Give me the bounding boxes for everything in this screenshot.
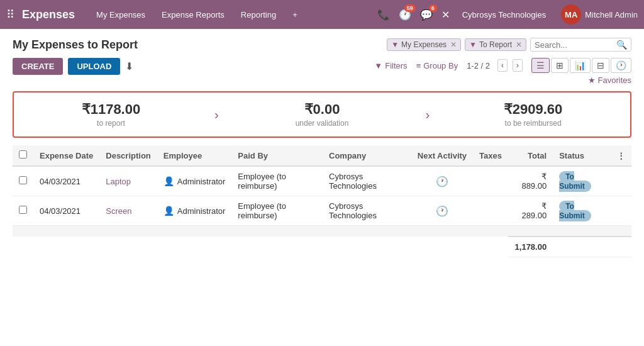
filter-icon-2: ▼ xyxy=(469,40,477,49)
row-status: To Submit xyxy=(553,166,611,196)
filters-button[interactable]: ▼ Filters xyxy=(374,61,407,70)
col-description: Description xyxy=(99,145,157,166)
view-switcher: ☰ ⊞ 📊 ⊟ 🕐 xyxy=(531,58,631,73)
kanban-view-button[interactable]: ⊞ xyxy=(551,58,569,73)
col-expense-date: Expense Date xyxy=(33,145,99,166)
table-row: 04/03/2021 Screen 👤 Administrator Employ… xyxy=(13,196,631,226)
create-button[interactable]: CREATE xyxy=(13,58,63,75)
col-employee: Employee xyxy=(157,145,232,166)
summary-label-3: to be reimbursed xyxy=(436,119,630,128)
list-view-button[interactable]: ☰ xyxy=(531,58,550,73)
filter-tag-my-expenses[interactable]: ▼ My Expenses ✕ xyxy=(387,38,461,51)
favorites-label: Favorites xyxy=(598,75,631,85)
page-header: My Expenses to Report ▼ My Expenses ✕ ▼ … xyxy=(13,38,631,52)
upload-button[interactable]: UPLOAD xyxy=(68,58,120,75)
col-total: Total xyxy=(508,145,553,166)
nav-my-expenses[interactable]: My Expenses xyxy=(90,10,152,20)
row-checkbox-cell[interactable] xyxy=(13,196,33,226)
favorites-button[interactable]: Favorites xyxy=(598,75,631,85)
total-row: 1,178.00 xyxy=(13,237,631,257)
main-page: My Expenses to Report ▼ My Expenses ✕ ▼ … xyxy=(0,29,644,346)
filter-icon-1: ▼ xyxy=(391,40,399,49)
select-all-checkbox[interactable] xyxy=(19,150,27,159)
row-description[interactable]: Laptop xyxy=(99,166,157,196)
apps-icon[interactable]: ⠿ xyxy=(6,8,14,21)
status-badge: To Submit xyxy=(559,201,591,221)
filter-tag-to-report-label: To Report xyxy=(479,40,512,49)
summary-amount-2: ₹0.00 xyxy=(225,101,419,118)
row-taxes xyxy=(473,166,508,196)
groupby-button[interactable]: ≡ Group By xyxy=(416,61,458,70)
search-box[interactable]: 🔍 xyxy=(530,38,631,52)
download-button[interactable]: ⬇ xyxy=(125,60,133,72)
table-row: 04/03/2021 Laptop 👤 Administrator Employ… xyxy=(13,166,631,196)
row-employee: 👤 Administrator xyxy=(157,196,232,226)
filter-tag-to-report[interactable]: ▼ To Report ✕ xyxy=(465,38,526,51)
expense-table: Expense Date Description Employee Paid B… xyxy=(13,145,631,257)
row-next-activity[interactable]: 🕐 xyxy=(411,166,473,196)
separator-row xyxy=(13,226,631,237)
nav-reporting[interactable]: Reporting xyxy=(235,10,282,20)
company-name: Cybrosys Technologies xyxy=(456,10,552,20)
row-checkbox-0[interactable] xyxy=(19,176,27,184)
groupby-label: Group By xyxy=(423,61,458,70)
page-title: My Expenses to Report xyxy=(13,38,138,52)
employee-icon: 👤 xyxy=(164,176,174,186)
clock-badge: 59 xyxy=(404,4,416,12)
employee-icon: 👤 xyxy=(164,206,174,216)
summary-label-2: under validation xyxy=(225,119,419,128)
filter-tag-my-expenses-label: My Expenses xyxy=(401,40,447,49)
prev-page-button[interactable]: ‹ xyxy=(497,59,508,72)
star-icon: ★ xyxy=(588,75,596,85)
activity-clock-icon[interactable]: 🕐 xyxy=(436,176,448,187)
row-employee: 👤 Administrator xyxy=(157,166,232,196)
filter-close-2[interactable]: ✕ xyxy=(516,40,522,49)
nav-expense-reports[interactable]: Expense Reports xyxy=(155,10,231,20)
filters-label: Filters xyxy=(385,61,407,70)
row-company: Cybrosys Technologies xyxy=(323,196,411,226)
clock-icon[interactable]: 🕐 59 xyxy=(399,9,411,21)
filter-bar: ▼ My Expenses ✕ ▼ To Report ✕ 🔍 xyxy=(387,38,631,52)
activity-clock-icon[interactable]: 🕐 xyxy=(436,206,448,216)
user-menu[interactable]: MA Mitchell Admin xyxy=(561,4,638,25)
summary-arrow-1[interactable]: › xyxy=(208,108,225,122)
row-options xyxy=(611,196,631,226)
col-status: Status xyxy=(553,145,611,166)
summary-arrow-2[interactable]: › xyxy=(419,108,436,122)
close-icon[interactable]: ✕ xyxy=(441,9,450,21)
row-options xyxy=(611,166,631,196)
col-next-activity: Next Activity xyxy=(411,145,473,166)
groupby-icon: ≡ xyxy=(416,61,421,70)
row-description[interactable]: Screen xyxy=(99,196,157,226)
row-paid-by: Employee (to reimburse) xyxy=(231,196,323,226)
row-paid-by: Employee (to reimburse) xyxy=(231,166,323,196)
filter-close-1[interactable]: ✕ xyxy=(450,40,457,49)
nav-plus-icon[interactable]: + xyxy=(286,10,304,20)
next-page-button[interactable]: › xyxy=(513,59,523,72)
row-next-activity[interactable]: 🕐 xyxy=(411,196,473,226)
pivot-view-button[interactable]: ⊟ xyxy=(592,58,609,73)
summary-to-report: ₹1178.00 to report xyxy=(14,92,208,137)
row-checkbox-cell[interactable] xyxy=(13,166,33,196)
col-company: Company xyxy=(323,145,411,166)
row-date: 04/03/2021 xyxy=(33,196,99,226)
summary-to-reimburse: ₹2909.60 to be reimbursed xyxy=(436,92,630,137)
summary-amount-3: ₹2909.60 xyxy=(436,101,630,118)
chart-view-button[interactable]: 📊 xyxy=(570,58,591,73)
bell-icon[interactable]: 💬 6 xyxy=(420,9,433,21)
search-icon: 🔍 xyxy=(616,40,627,50)
phone-icon[interactable]: 📞 xyxy=(377,9,390,21)
row-checkbox-1[interactable] xyxy=(19,206,27,214)
row-date: 04/03/2021 xyxy=(33,166,99,196)
col-taxes: Taxes xyxy=(473,145,508,166)
activity-view-button[interactable]: 🕐 xyxy=(611,58,631,73)
pagination-text: 1-2 / 2 xyxy=(467,61,490,70)
row-total: ₹ 289.00 xyxy=(508,196,553,226)
total-value: 1,178.00 xyxy=(508,237,553,257)
col-options: ⋮ xyxy=(611,145,631,166)
brand-name: Expenses xyxy=(22,8,75,21)
search-input[interactable] xyxy=(535,40,616,50)
bell-badge: 6 xyxy=(429,4,437,12)
row-total: ₹ 889.00 xyxy=(508,166,553,196)
col-checkbox xyxy=(13,145,33,166)
